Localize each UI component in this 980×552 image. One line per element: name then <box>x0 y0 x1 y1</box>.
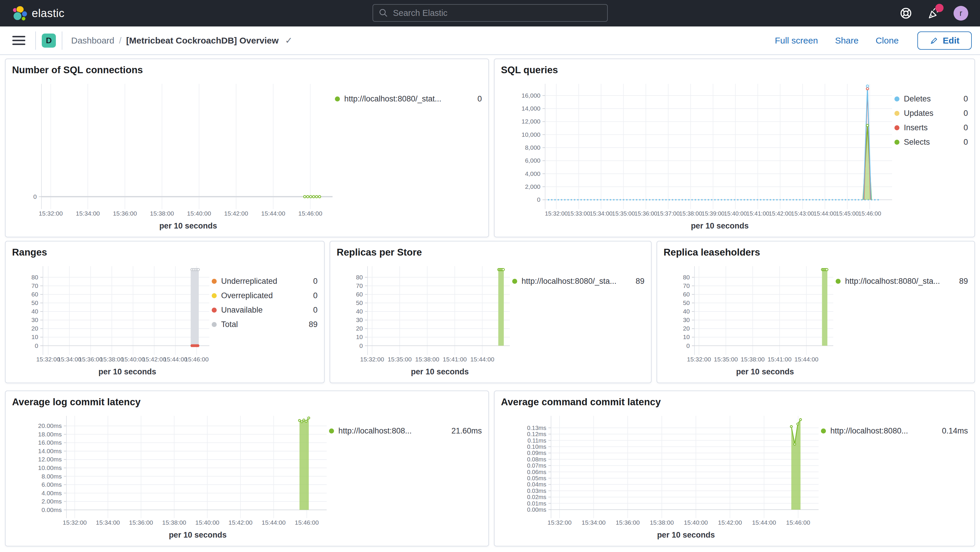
svg-text:15:44:00: 15:44:00 <box>262 519 286 526</box>
svg-text:60: 60 <box>683 291 689 297</box>
help-icon[interactable] <box>898 6 913 21</box>
svg-text:15:44:00: 15:44:00 <box>261 210 285 217</box>
panel-title[interactable]: Number of SQL connections <box>12 64 482 81</box>
svg-text:15:38:00: 15:38:00 <box>741 356 765 363</box>
svg-text:15:34:00: 15:34:00 <box>590 210 612 217</box>
svg-text:0: 0 <box>537 196 541 203</box>
svg-text:15:45:00: 15:45:00 <box>836 210 859 217</box>
svg-text:15:32:00: 15:32:00 <box>687 356 711 363</box>
panel-title[interactable]: SQL queries <box>501 64 968 81</box>
svg-text:15:40:00: 15:40:00 <box>121 356 145 363</box>
svg-text:2.00ms: 2.00ms <box>41 498 62 505</box>
legend-label: Unavailable <box>221 305 307 315</box>
svg-text:10.00ms: 10.00ms <box>38 465 62 471</box>
legend-label: Overreplicated <box>221 291 307 300</box>
series-dot-icon <box>212 308 217 313</box>
chart-panel-replicas-per-store: Replicas per Store 15:32:0015:35:0015:38… <box>329 241 652 383</box>
chart-plot[interactable]: 15:32:0015:34:0015:36:0015:38:0015:40:00… <box>501 413 821 531</box>
global-search[interactable] <box>372 4 608 22</box>
panel-title[interactable]: Average command commit latency <box>501 396 968 413</box>
x-axis-title: per 10 seconds <box>501 221 968 235</box>
legend-item[interactable]: http://localhost:8080...0.14ms <box>821 426 968 436</box>
elastic-logo[interactable]: elastic <box>12 6 64 21</box>
legend-value: 0 <box>313 277 318 286</box>
series-dot-icon <box>212 322 217 327</box>
panel-title[interactable]: Ranges <box>12 247 318 263</box>
svg-text:0.00ms: 0.00ms <box>41 506 62 513</box>
legend-item[interactable]: http://localhost:808...21.60ms <box>329 426 482 436</box>
news-icon[interactable] <box>926 6 941 21</box>
saved-check-icon[interactable]: ✓ <box>285 35 293 46</box>
svg-text:15:38:00: 15:38:00 <box>100 356 124 363</box>
legend-item[interactable]: Overreplicated0 <box>212 291 318 300</box>
dashboard-app-badge[interactable]: D <box>42 33 56 48</box>
x-axis-title: per 10 seconds <box>12 531 482 544</box>
svg-text:0: 0 <box>686 342 690 349</box>
svg-text:15:40:00: 15:40:00 <box>195 519 220 526</box>
search-icon <box>379 8 388 18</box>
legend-value: 0 <box>964 138 968 147</box>
legend-value: 89 <box>636 277 644 286</box>
svg-text:0: 0 <box>33 193 37 200</box>
chart-panel-avg-log-commit-latency: Average log commit latency 15:32:0015:34… <box>5 391 489 546</box>
svg-text:15:39:00: 15:39:00 <box>702 210 724 217</box>
chart-plot[interactable]: 15:32:0015:34:0015:36:0015:38:0015:40:00… <box>12 263 212 367</box>
legend-item[interactable]: http://localhost:8080/_stat...0 <box>335 94 482 103</box>
svg-text:10: 10 <box>356 334 363 340</box>
svg-text:14.00ms: 14.00ms <box>38 448 62 454</box>
logo-wordmark: elastic <box>32 7 64 20</box>
chart-area: 15:32:0015:34:0015:36:0015:38:0015:40:00… <box>12 81 482 221</box>
x-axis-title: per 10 seconds <box>337 367 644 381</box>
chart-plot[interactable]: 15:32:0015:33:0015:34:0015:35:0015:36:00… <box>501 81 894 221</box>
chart-plot[interactable]: 15:32:0015:35:0015:38:0015:41:0015:44:00… <box>663 263 836 367</box>
breadcrumb-dashboard[interactable]: Dashboard <box>71 36 115 46</box>
dashboard-row-3: Average log commit latency 15:32:0015:34… <box>5 391 975 546</box>
user-avatar[interactable]: r <box>953 6 968 21</box>
svg-text:60: 60 <box>356 291 363 297</box>
svg-text:15:40:00: 15:40:00 <box>724 210 747 217</box>
menu-icon[interactable] <box>12 34 25 47</box>
chart-plot[interactable]: 15:32:0015:34:0015:36:0015:38:0015:40:00… <box>12 81 335 221</box>
legend-label: Underreplicated <box>221 277 307 286</box>
legend-item[interactable]: Unavailable0 <box>212 305 318 315</box>
legend-item[interactable]: http://localhost:8080/_sta...89 <box>512 277 644 286</box>
share-button[interactable]: Share <box>835 36 859 46</box>
chart-panel-sql-queries: SQL queries 15:32:0015:33:0015:34:0015:3… <box>494 59 975 237</box>
panel-title[interactable]: Replica leaseholders <box>663 247 968 263</box>
svg-text:15:38:00: 15:38:00 <box>679 210 702 217</box>
legend-item[interactable]: Inserts0 <box>894 123 968 132</box>
svg-text:2,000: 2,000 <box>525 183 541 190</box>
svg-text:15:42:00: 15:42:00 <box>224 210 248 217</box>
legend: http://localhost:808...21.60ms <box>329 413 482 531</box>
legend-label: http://localhost:808... <box>339 426 445 436</box>
svg-text:15:32:00: 15:32:00 <box>39 210 63 217</box>
legend-item[interactable]: Deletes0 <box>894 94 968 103</box>
search-input[interactable] <box>393 8 602 18</box>
legend-value: 0 <box>313 291 318 300</box>
svg-text:70: 70 <box>356 282 363 289</box>
svg-text:15:44:00: 15:44:00 <box>794 356 819 363</box>
page-title[interactable]: [Metricbeat CockroachDB] Overview <box>126 36 279 46</box>
legend-item[interactable]: http://localhost:8080/_sta...89 <box>836 277 968 286</box>
clone-button[interactable]: Clone <box>876 36 899 46</box>
edit-button[interactable]: Edit <box>917 32 972 50</box>
chart-panel-replica-leaseholders: Replica leaseholders 15:32:0015:35:0015:… <box>657 241 975 383</box>
legend-item[interactable]: Total89 <box>212 320 318 329</box>
panel-title[interactable]: Average log commit latency <box>12 396 482 413</box>
svg-text:15:32:00: 15:32:00 <box>36 356 60 363</box>
legend-item[interactable]: Underreplicated0 <box>212 277 318 286</box>
svg-text:0.06ms: 0.06ms <box>527 469 546 475</box>
legend-item[interactable]: Updates0 <box>894 109 968 118</box>
series-dot-icon <box>821 428 826 433</box>
legend-value: 89 <box>959 277 968 286</box>
svg-text:6,000: 6,000 <box>525 157 541 164</box>
legend-item[interactable]: Selects0 <box>894 138 968 147</box>
chart-plot[interactable]: 15:32:0015:35:0015:38:0015:41:0015:44:00… <box>337 263 512 367</box>
full-screen-button[interactable]: Full screen <box>775 36 818 46</box>
svg-text:40: 40 <box>683 308 689 315</box>
chart-plot[interactable]: 15:32:0015:34:0015:36:0015:38:0015:40:00… <box>12 413 329 531</box>
panel-title[interactable]: Replicas per Store <box>337 247 644 263</box>
svg-text:50: 50 <box>356 299 363 306</box>
avatar-initial: r <box>960 9 963 18</box>
series-dot-icon <box>335 97 340 102</box>
